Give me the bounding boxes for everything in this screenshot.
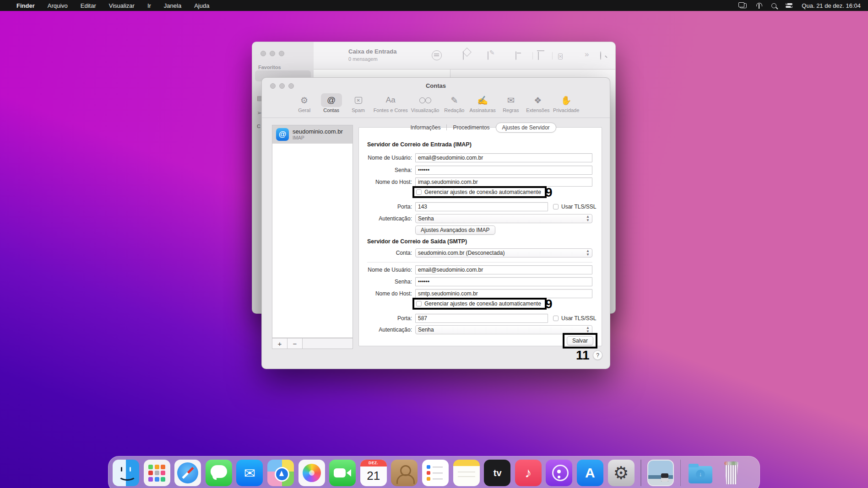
control-center-icon[interactable] [786, 3, 792, 8]
imap-password-label: Senha: [359, 167, 412, 173]
dock-facetime-icon[interactable] [329, 460, 356, 486]
smtp-password-input[interactable]: •••••• [415, 277, 592, 286]
menu-item-arquivo[interactable]: Arquivo [48, 2, 68, 9]
dock-contacts-icon[interactable] [391, 460, 418, 486]
dock-reminders-icon[interactable] [422, 460, 449, 486]
smtp-auto-manage-checkbox[interactable] [416, 301, 422, 306]
check-mail-icon[interactable] [463, 52, 464, 60]
prefs-toolbar-envelope[interactable]: ✉Regras [499, 93, 523, 113]
account-row-selected[interactable]: @ seudominio.com.br IMAP [272, 125, 353, 144]
imap-username-label: Nome de Usuário: [359, 155, 412, 161]
glasses-icon [415, 93, 436, 107]
help-button[interactable]: ? [593, 350, 602, 360]
server-settings-tabs: InformaçõesProcedimentosAjustes de Servi… [358, 122, 602, 133]
imap-host-input[interactable]: imap.seudominio.com.br [415, 177, 592, 187]
search-icon[interactable] [600, 52, 601, 60]
prefs-toolbar-hand[interactable]: ✋Privacidade [553, 93, 579, 113]
menu-clock[interactable]: Qua. 21 de dez. 16:04 [802, 2, 861, 9]
prefs-toolbar-compose[interactable]: ✎Redação [442, 93, 466, 113]
minimize-button[interactable] [270, 51, 275, 56]
dock-system-preferences-icon[interactable]: ⚙ [608, 460, 635, 486]
menu-item-janela[interactable]: Janela [164, 2, 181, 9]
stage-manager-icon[interactable] [740, 3, 747, 8]
smtp-tls-checkbox[interactable] [553, 316, 559, 321]
dock-maps-icon[interactable] [267, 460, 294, 486]
save-button[interactable]: Salvar [567, 336, 593, 345]
dock-music-icon[interactable]: ♪ [515, 460, 542, 486]
annotation-step-11: 11 [576, 349, 590, 362]
dock-tv-icon[interactable]: tv [484, 460, 510, 486]
toolbar-label: Visualização [411, 107, 439, 113]
smtp-account-select[interactable]: seudominio.com.br (Desconectada)▲▼ [415, 248, 592, 257]
smtp-account-label: Conta: [359, 250, 412, 256]
filter-icon[interactable] [432, 50, 442, 60]
menu-item-finder[interactable]: Finder [16, 2, 35, 9]
prefs-toolbar-at[interactable]: @Contas [320, 93, 343, 113]
dock-podcasts-icon[interactable] [546, 460, 572, 486]
menu-item-visualizar[interactable]: Visualizar [109, 2, 135, 9]
stepper-icon: ▲▼ [586, 249, 590, 257]
imap-advanced-button[interactable]: Ajustes Avançados do IMAP [415, 225, 495, 235]
wireless-icon[interactable] [756, 3, 762, 9]
more-toolbar-items-icon[interactable]: » [585, 50, 588, 59]
compose-icon[interactable] [488, 52, 488, 60]
imap-port-input[interactable]: 143 [415, 202, 548, 211]
imap-auto-manage-annotation: Gerenciar ajustes de conexão automaticam… [412, 186, 547, 198]
dock-image-file-icon[interactable] [647, 460, 674, 486]
smtp-tls-label: Usar TLS/SSL [561, 315, 596, 322]
prefs-toolbar-puzzle[interactable]: ❖Extensões [526, 93, 550, 113]
tab-procedimentos[interactable]: Procedimentos [447, 123, 495, 132]
fonts-icon: Aa [380, 93, 401, 107]
junk-icon[interactable]: ✕ [558, 52, 563, 60]
trash-icon[interactable] [538, 52, 539, 60]
archive-icon[interactable] [515, 52, 516, 60]
smtp-tls-row: Usar TLS/SSL [553, 315, 596, 322]
accounts-list[interactable]: @ seudominio.com.br IMAP [272, 125, 353, 338]
dock-trash-icon[interactable] [718, 460, 744, 486]
add-account-button[interactable]: + [272, 338, 288, 349]
dock-safari-icon[interactable] [174, 460, 201, 486]
menu-item-ir[interactable]: Ir [147, 2, 151, 9]
zoom-button[interactable] [279, 51, 284, 56]
tab-ajustes-de-servidor[interactable]: Ajustes de Servidor [496, 123, 556, 133]
imap-password-input[interactable]: •••••• [415, 166, 592, 175]
smtp-host-input[interactable]: smtp.seudominio.com.br [415, 289, 592, 298]
imap-auto-manage-checkbox[interactable] [416, 189, 422, 195]
toolbar-label: Contas [323, 107, 339, 113]
imap-auth-select[interactable]: Senha▲▼ [415, 214, 592, 223]
prefs-toolbar: ⚙Geral@Contas✕SpamAaFontes e CoresVisual… [262, 93, 610, 118]
mailbox-message-count: 0 mensagem [348, 56, 378, 62]
annotation-step-9: 9 [545, 186, 553, 199]
dock-notes-icon[interactable] [453, 460, 480, 486]
dock-downloads-icon[interactable]: ↓ [687, 460, 714, 486]
menu-item-ajuda[interactable]: Ajuda [194, 2, 209, 9]
smtp-port-input[interactable]: 587 [415, 314, 548, 323]
prefs-toolbar-gear[interactable]: ⚙Geral [293, 93, 316, 113]
stepper-icon: ▲▼ [586, 215, 590, 222]
dock-messages-icon[interactable] [206, 460, 232, 486]
smtp-password-label: Senha: [359, 279, 412, 285]
spotlight-icon[interactable] [771, 3, 776, 8]
imap-username-input[interactable]: email@seudominio.com.br [415, 153, 592, 162]
imap-tls-checkbox[interactable] [553, 204, 559, 209]
prefs-toolbar-junk-box[interactable]: ✕Spam [347, 93, 370, 113]
dock-calendar-icon[interactable]: DEZ. 21 [360, 460, 387, 486]
accounts-list-footer: + − [272, 338, 353, 349]
dock-appstore-icon[interactable]: A [577, 460, 603, 486]
dock-finder-icon[interactable] [113, 460, 139, 486]
junk-box-icon: ✕ [348, 93, 369, 107]
prefs-toolbar-glasses[interactable]: Visualização [411, 93, 439, 113]
smtp-username-input[interactable]: email@seudominio.com.br [415, 265, 592, 274]
remove-account-button[interactable]: − [288, 338, 303, 349]
close-button[interactable] [260, 51, 266, 56]
prefs-toolbar-signature[interactable]: ✍Assinaturas [469, 93, 495, 113]
dock-photos-icon[interactable] [298, 460, 325, 486]
dock-mail-icon[interactable]: ✉ [236, 460, 263, 486]
prefs-toolbar-fonts[interactable]: AaFontes e Cores [374, 93, 408, 113]
mail-traffic-lights[interactable] [260, 51, 284, 56]
menu-item-editar[interactable]: Editar [81, 2, 96, 9]
imap-auth-label: Autenticação: [359, 215, 412, 222]
smtp-auto-manage-label: Gerenciar ajustes de conexão automaticam… [424, 300, 541, 307]
dock-launchpad-icon[interactable] [144, 460, 170, 486]
tab-informações[interactable]: Informações [404, 123, 446, 132]
